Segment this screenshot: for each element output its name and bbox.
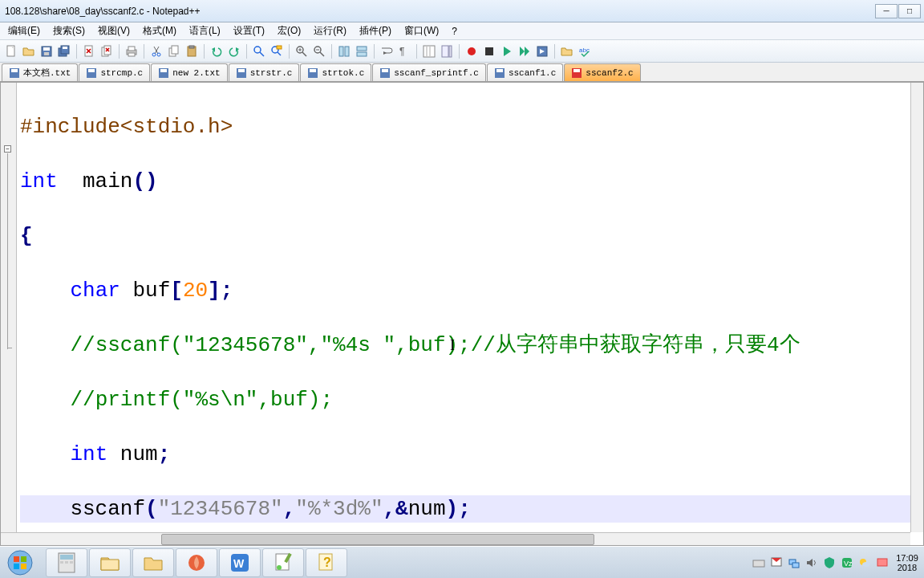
- svg-rect-32: [345, 47, 349, 56]
- svg-rect-67: [14, 556, 19, 562]
- cut-icon[interactable]: [148, 43, 164, 59]
- save-macro-icon[interactable]: [534, 43, 550, 59]
- title-bar: 108.128\share\08_day\sscanf2.c - Notepad…: [0, 0, 924, 22]
- maximize-button[interactable]: □: [898, 4, 921, 18]
- svg-rect-26: [277, 46, 282, 49]
- record-icon[interactable]: [464, 43, 480, 59]
- save-indicator-icon: [86, 67, 97, 79]
- svg-point-22: [254, 47, 261, 53]
- fold-toggle-icon[interactable]: −: [4, 145, 11, 153]
- close-file-icon[interactable]: [81, 43, 97, 59]
- menu-view[interactable]: 视图(V): [91, 22, 136, 39]
- menu-window[interactable]: 窗口(W): [398, 22, 445, 39]
- svg-point-42: [468, 47, 476, 55]
- vertical-scrollbar[interactable]: [910, 83, 923, 532]
- svg-line-28: [302, 52, 306, 56]
- find-icon[interactable]: [251, 43, 267, 59]
- svg-point-93: [862, 562, 870, 567]
- zoom-in-icon[interactable]: [294, 43, 310, 59]
- tray-msg-icon[interactable]: [876, 556, 889, 569]
- taskbar-wps[interactable]: W: [219, 548, 261, 577]
- replace-icon[interactable]: [269, 43, 285, 59]
- horizontal-scrollbar[interactable]: [1, 532, 910, 545]
- tab-4[interactable]: strtok.c: [300, 63, 371, 81]
- scrollbar-thumb[interactable]: [161, 534, 594, 545]
- tray-weather-icon[interactable]: [858, 556, 871, 569]
- tab-5[interactable]: sscanf_sprintf.c: [372, 63, 486, 81]
- window-controls: ─ □ ✕: [875, 4, 921, 18]
- undo-icon[interactable]: [209, 43, 225, 59]
- svg-rect-55: [160, 69, 167, 72]
- play-icon[interactable]: [499, 43, 515, 59]
- toolbar: ¶ abc: [0, 40, 924, 63]
- svg-point-15: [157, 53, 160, 56]
- menu-edit[interactable]: 编辑(E): [2, 22, 47, 39]
- svg-rect-57: [238, 69, 245, 72]
- tray-volume-icon[interactable]: [805, 556, 818, 569]
- menu-settings[interactable]: 设置(T): [227, 22, 271, 39]
- copy-icon[interactable]: [166, 43, 182, 59]
- taskbar-notepadpp[interactable]: [262, 548, 304, 577]
- window-title: 108.128\share\08_day\sscanf2.c - Notepad…: [3, 6, 875, 17]
- save-all-icon[interactable]: [56, 43, 72, 59]
- indent-guide-icon[interactable]: [421, 43, 437, 59]
- menu-plugins[interactable]: 插件(P): [353, 22, 398, 39]
- save-icon[interactable]: [38, 43, 55, 59]
- sync-v-icon[interactable]: [336, 43, 352, 59]
- minimize-button[interactable]: ─: [875, 4, 898, 18]
- play-multi-icon[interactable]: [517, 43, 533, 59]
- stop-icon[interactable]: [481, 43, 497, 59]
- menu-format[interactable]: 格式(M): [136, 22, 183, 39]
- svg-rect-53: [88, 69, 95, 72]
- tab-2[interactable]: new 2.txt: [151, 63, 227, 81]
- start-button[interactable]: [1, 548, 44, 577]
- svg-rect-33: [357, 47, 367, 51]
- tab-6[interactable]: sscanf1.c: [487, 63, 563, 81]
- code-area[interactable]: #include<stdio.h> int main() { char buf[…: [17, 83, 923, 532]
- svg-point-81: [277, 565, 282, 570]
- taskbar-app-1[interactable]: [176, 548, 217, 577]
- tray-network-icon[interactable]: [788, 556, 800, 569]
- tray-shield-icon[interactable]: [823, 556, 836, 569]
- svg-rect-37: [424, 46, 435, 57]
- menu-help[interactable]: ?: [445, 24, 464, 39]
- taskbar-help[interactable]: ?: [306, 548, 347, 577]
- new-file-icon[interactable]: [3, 43, 19, 59]
- spellcheck-icon[interactable]: abc: [577, 43, 593, 59]
- svg-text:W: W: [233, 557, 245, 570]
- open-file-icon[interactable]: [21, 43, 37, 59]
- svg-rect-72: [60, 555, 73, 560]
- folder-icon[interactable]: [559, 43, 575, 59]
- gutter[interactable]: −: [1, 83, 17, 532]
- sync-h-icon[interactable]: [354, 43, 370, 59]
- tray-clock[interactable]: 17:09 2018: [894, 553, 921, 572]
- tab-7[interactable]: sscanf2.c: [564, 63, 640, 81]
- paste-icon[interactable]: [184, 43, 200, 59]
- svg-line-25: [278, 52, 281, 55]
- taskbar-explorer[interactable]: [89, 548, 131, 577]
- close-all-icon[interactable]: [99, 43, 115, 59]
- menu-search[interactable]: 搜索(S): [47, 22, 91, 39]
- taskbar-calculator[interactable]: [46, 548, 87, 577]
- zoom-out-icon[interactable]: [311, 43, 327, 59]
- svg-rect-34: [357, 52, 367, 56]
- svg-rect-51: [11, 69, 18, 72]
- menu-macro[interactable]: 宏(O): [271, 22, 307, 39]
- tray-keyboard-icon[interactable]: [752, 556, 765, 569]
- svg-point-66: [8, 551, 32, 575]
- taskbar-explorer-2[interactable]: [132, 548, 174, 577]
- menu-language[interactable]: 语言(L): [183, 22, 227, 39]
- menu-run[interactable]: 运行(R): [307, 22, 353, 39]
- showchars-icon[interactable]: ¶: [396, 43, 412, 59]
- tray-flag-icon[interactable]: [770, 556, 783, 569]
- redo-icon[interactable]: [226, 43, 242, 59]
- wrap-icon[interactable]: [379, 43, 395, 59]
- doc-map-icon[interactable]: [439, 43, 455, 59]
- save-indicator-icon: [379, 67, 391, 79]
- tab-0[interactable]: 本文档.txt: [2, 63, 78, 81]
- tray-app-icon[interactable]: Vz: [841, 556, 853, 569]
- tab-1[interactable]: strcmp.c: [79, 63, 150, 81]
- tab-3[interactable]: strstr.c: [229, 63, 300, 81]
- svg-rect-40: [442, 46, 448, 57]
- print-icon[interactable]: [124, 43, 140, 59]
